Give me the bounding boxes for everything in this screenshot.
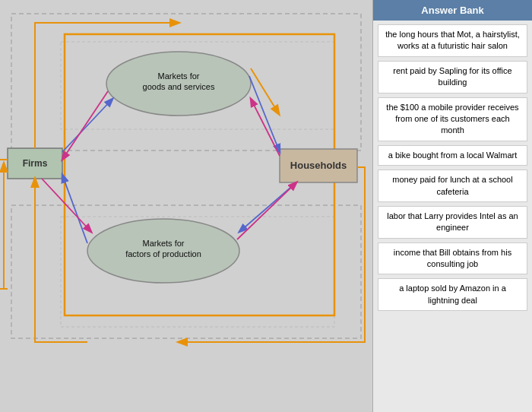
svg-line-21 (62, 91, 108, 160)
svg-text:factors of production: factors of production (125, 249, 201, 258)
answer-item-6[interactable]: income that Bill obtains from his consul… (378, 242, 527, 275)
svg-text:Firms: Firms (23, 158, 48, 169)
answer-item-7[interactable]: a laptop sold by Amazon in a lightning d… (378, 278, 527, 311)
answer-item-4[interactable]: money paid for lunch at a school cafeter… (378, 170, 527, 202)
svg-line-17 (249, 76, 280, 152)
svg-text:goods and services: goods and services (143, 82, 215, 91)
answer-bank-header: Answer Bank (373, 0, 532, 21)
answer-items-container: the long hours that Mot, a hairstylist, … (373, 24, 532, 311)
answer-item-5[interactable]: labor that Larry provides Intel as an en… (378, 206, 527, 239)
svg-text:Households: Households (290, 160, 347, 171)
svg-line-16 (62, 99, 112, 152)
answer-item-2[interactable]: the $100 a mobile provider receives from… (378, 97, 527, 141)
answer-item-0[interactable]: the long hours that Mot, a hairstylist, … (378, 24, 527, 57)
svg-text:Markets for: Markets for (142, 239, 184, 248)
answer-item-1[interactable]: rent paid by Sapling for its office buil… (378, 61, 527, 93)
answer-item-3[interactable]: a bike bought from a local Walmart (378, 145, 527, 166)
svg-text:Markets for: Markets for (157, 71, 199, 81)
diagram-area: Markets for goods and services Markets f… (0, 0, 372, 412)
svg-line-23 (237, 182, 296, 239)
answer-bank: Answer Bank the long hours that Mot, a h… (372, 0, 532, 412)
diagram-svg: Markets for goods and services Markets f… (0, 0, 372, 412)
svg-line-19 (62, 175, 87, 243)
